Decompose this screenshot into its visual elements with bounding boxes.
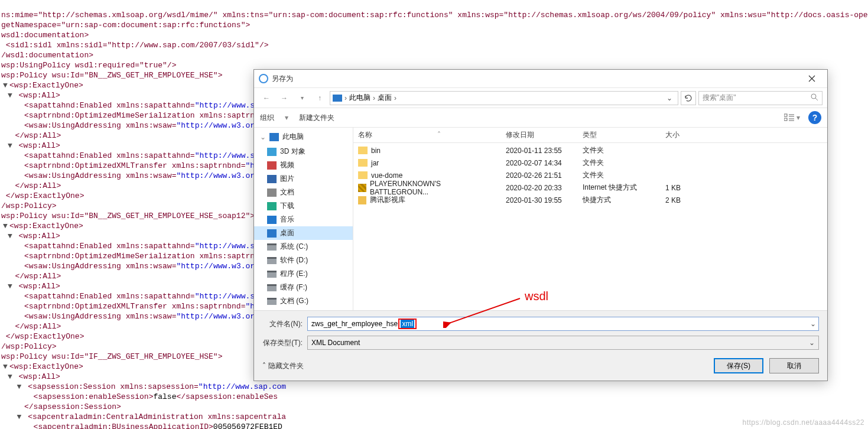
close-button[interactable]: [799, 70, 825, 87]
sidebar-item-drive-g[interactable]: 文档 (G:): [254, 294, 353, 308]
col-size[interactable]: 大小: [661, 128, 708, 142]
filename-input[interactable]: zws_get_hr_employee_hse.xml ⌄: [307, 317, 819, 331]
back-button[interactable]: ←: [259, 90, 274, 106]
col-type[interactable]: 类型: [578, 128, 661, 142]
sidebar-item-drive-f[interactable]: 缓存 (F:): [254, 281, 353, 294]
file-name: jar: [371, 159, 379, 167]
svg-point-0: [811, 94, 816, 99]
music-icon: [267, 216, 277, 224]
filename-ext-selected: xml: [401, 320, 414, 328]
file-row[interactable]: 腾讯影视库2020-01-30 19:55快捷方式2 KB: [353, 194, 827, 206]
file-date: 2020-02-26 21:51: [501, 169, 578, 182]
dialog-titlebar[interactable]: 另存为: [254, 70, 827, 87]
breadcrumb-dropdown[interactable]: ⌄: [664, 94, 675, 102]
savetype-value: XML Document: [311, 339, 360, 347]
nav-row: ← → ▾ ↑ › 此电脑 › 桌面 › ⌄ 搜索"桌面": [254, 87, 827, 108]
new-folder-button[interactable]: 新建文件夹: [299, 113, 334, 123]
breadcrumb-bar[interactable]: › 此电脑 › 桌面 › ⌄: [330, 91, 678, 105]
file-date: 2020-01-11 23:55: [501, 144, 578, 157]
drive-icon: [267, 298, 277, 305]
breadcrumb-folder[interactable]: 桌面: [378, 93, 392, 103]
view-options-button[interactable]: ▾: [784, 113, 800, 122]
file-name: bin: [371, 147, 381, 155]
3d-icon: [267, 148, 277, 156]
sidebar: ⌄ 此电脑 3D 对象 视频 图片 文档 下载 音乐 桌面 系统 (C:) 软件…: [254, 128, 353, 310]
filename-label: 文件名(N):: [262, 319, 307, 329]
recent-button[interactable]: ▾: [294, 90, 310, 106]
save-panel: 文件名(N): zws_get_hr_employee_hse.xml ⌄ 保存…: [254, 310, 827, 381]
svg-rect-2: [784, 118, 787, 121]
file-name: vue-dome: [371, 171, 402, 180]
sidebar-item-3d[interactable]: 3D 对象: [254, 145, 353, 158]
sidebar-this-pc[interactable]: ⌄ 此电脑: [254, 130, 353, 144]
search-placeholder: 搜索"桌面": [703, 93, 736, 103]
sidebar-item-drive-e[interactable]: 程序 (E:): [254, 267, 353, 281]
file-row[interactable]: bin2020-01-11 23:55文件夹: [353, 144, 827, 157]
organize-menu[interactable]: 组织: [260, 113, 274, 123]
file-name: PLAYERUNKNOWN'S BATTLEGROUN...: [370, 180, 501, 196]
drive-icon: [267, 257, 277, 264]
download-icon: [267, 202, 277, 210]
file-date: 2020-02-20 20:33: [501, 181, 578, 194]
col-date[interactable]: 修改日期: [501, 128, 578, 142]
file-size: 2 KB: [661, 194, 708, 207]
chevron-right-icon: ›: [394, 94, 396, 102]
sidebar-item-music[interactable]: 音乐: [254, 213, 353, 226]
sidebar-item-drive-c[interactable]: 系统 (C:): [254, 240, 353, 254]
file-size: [661, 148, 708, 153]
up-button[interactable]: ↑: [312, 90, 327, 106]
drive-icon: [267, 271, 277, 278]
col-name[interactable]: 名称˄: [353, 128, 501, 142]
hide-folders-toggle[interactable]: ˄ 隐藏文件夹: [262, 361, 304, 371]
filename-dropdown-icon[interactable]: ⌄: [810, 320, 816, 328]
close-icon: [808, 75, 815, 82]
help-button[interactable]: ?: [808, 111, 821, 124]
annotation-arrow: [443, 292, 526, 328]
file-date: 2020-01-30 19:55: [501, 194, 578, 207]
document-icon: [267, 188, 277, 197]
savetype-label: 保存类型(T):: [262, 338, 307, 348]
sidebar-item-documents[interactable]: 文档: [254, 186, 353, 199]
folder-icon: [358, 159, 368, 167]
file-size: 1 KB: [661, 181, 708, 194]
chevron-up-icon: ˄: [262, 362, 266, 370]
app-icon: [259, 74, 268, 83]
sidebar-item-desktop[interactable]: 桌面: [254, 226, 353, 240]
filename-base: zws_get_hr_employee_hse.: [311, 320, 399, 328]
refresh-button[interactable]: [681, 91, 696, 105]
forward-button[interactable]: →: [277, 90, 292, 106]
search-input[interactable]: 搜索"桌面": [698, 91, 823, 105]
savetype-dropdown-icon: ⌄: [809, 339, 815, 347]
video-icon: [267, 161, 277, 170]
svg-line-3: [449, 298, 520, 323]
chevron-right-icon: ›: [344, 94, 347, 102]
toolbar: 组织▾ 新建文件夹 ▾ ?: [254, 108, 827, 128]
pc-icon: [269, 133, 279, 141]
sidebar-label: 此电脑: [282, 132, 304, 142]
sidebar-item-drive-d[interactable]: 软件 (D:): [254, 254, 353, 267]
savetype-select[interactable]: XML Document ⌄: [307, 336, 819, 350]
folder-icon: [358, 147, 368, 154]
sidebar-item-downloads[interactable]: 下载: [254, 199, 353, 213]
desktop-icon: [267, 229, 277, 238]
save-as-dialog: 另存为 ← → ▾ ↑ › 此电脑 › 桌面 › ⌄ 搜索"桌面" 组织▾: [253, 69, 828, 381]
save-button[interactable]: 保存(S): [714, 358, 763, 373]
sidebar-item-pictures[interactable]: 图片: [254, 172, 353, 186]
file-row[interactable]: jar2020-02-07 14:34文件夹: [353, 157, 827, 169]
file-row[interactable]: PLAYERUNKNOWN'S BATTLEGROUN...2020-02-20…: [353, 181, 827, 194]
cancel-button[interactable]: 取消: [769, 358, 819, 373]
dialog-title: 另存为: [272, 74, 293, 84]
breadcrumb-root[interactable]: 此电脑: [349, 93, 370, 103]
file-icon: [358, 196, 366, 204]
annotation-text: wsdl: [525, 290, 548, 303]
drive-icon: [267, 243, 277, 251]
annotation-redbox: xml: [398, 318, 417, 329]
pc-icon: [333, 95, 342, 102]
column-headers[interactable]: 名称˄ 修改日期 类型 大小: [353, 128, 827, 143]
folder-icon: [358, 171, 368, 179]
view-icon: [784, 113, 795, 122]
sidebar-item-videos[interactable]: 视频: [254, 158, 353, 172]
drive-icon: [267, 284, 277, 291]
watermark: https://blog.csdn.net/aaaa4444ss22: [743, 418, 864, 427]
file-size: [661, 173, 708, 178]
